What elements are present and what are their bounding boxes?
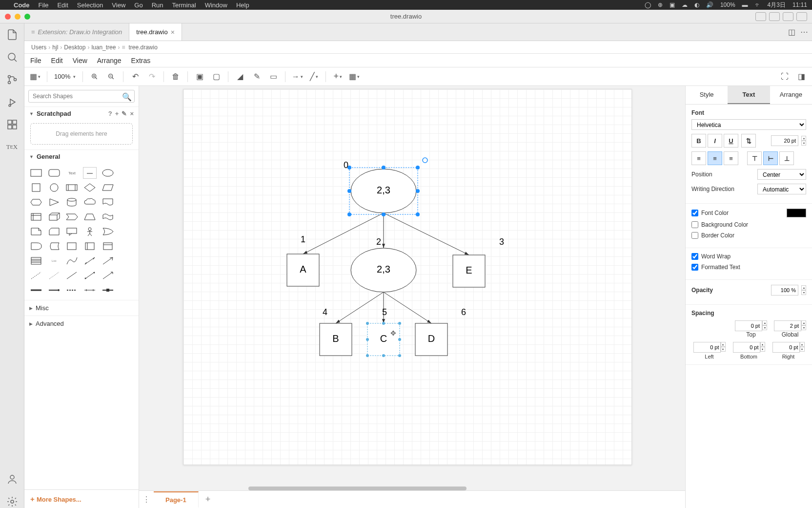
status-icon[interactable]: ▣: [670, 1, 675, 8]
shape-callout[interactable]: [65, 226, 79, 237]
account-icon[interactable]: [6, 473, 19, 486]
align-top-button[interactable]: ⊤: [747, 151, 762, 165]
shape-blank[interactable]: [119, 196, 132, 208]
layout-right-icon[interactable]: [783, 12, 793, 21]
shape-triangle[interactable]: [47, 196, 61, 208]
shape-cylinder[interactable]: [65, 196, 79, 208]
waypoint-dropdown[interactable]: ╱: [307, 70, 321, 84]
shape-link5[interactable]: [101, 284, 115, 296]
breadcrumb-item[interactable]: Desktop: [64, 44, 85, 51]
breadcrumb-item[interactable]: hjl: [52, 44, 58, 51]
italic-button[interactable]: I: [708, 134, 722, 148]
spacing-global-input[interactable]: [774, 320, 801, 331]
zoom-level[interactable]: 100%: [52, 73, 78, 80]
insert-dropdown[interactable]: +: [331, 70, 345, 84]
shape-blank[interactable]: [119, 211, 132, 223]
bold-button[interactable]: B: [691, 134, 706, 148]
status-icon[interactable]: ⊕: [658, 1, 663, 8]
close-icon[interactable]: ×: [130, 110, 134, 117]
shape-link3[interactable]: [65, 284, 79, 296]
shape-internal-storage[interactable]: [29, 211, 43, 223]
scratchpad-dropzone[interactable]: Drag elements here: [30, 123, 133, 145]
menu-terminal[interactable]: Terminal: [172, 1, 196, 9]
menubar-date[interactable]: 4月3日: [768, 1, 786, 9]
shape-data-storage[interactable]: [47, 240, 61, 252]
word-wrap-checkbox[interactable]: [691, 253, 698, 260]
shape-ellipse[interactable]: [101, 167, 115, 179]
shape-blank[interactable]: [119, 255, 132, 267]
general-header[interactable]: ▼ General: [24, 149, 139, 163]
status-icon[interactable]: ☁: [682, 1, 688, 8]
font-color-checkbox[interactable]: [691, 210, 698, 216]
explorer-icon[interactable]: [6, 28, 19, 41]
layout-grid-icon[interactable]: [796, 12, 807, 21]
menu-view[interactable]: View: [112, 1, 125, 9]
align-middle-button[interactable]: ⊢: [763, 151, 778, 165]
breadcrumb-item[interactable]: luan_tree: [91, 44, 116, 51]
window-maximize-button[interactable]: [24, 14, 30, 20]
shape-step[interactable]: [65, 211, 79, 223]
spacing-right-input[interactable]: [772, 342, 800, 353]
edit-icon[interactable]: ✎: [122, 110, 127, 117]
tab-extension[interactable]: ≡ Extension: Draw.io Integration: [24, 23, 129, 41]
page-tab-1[interactable]: Page-1: [154, 491, 199, 508]
menu-edit[interactable]: Edit: [57, 1, 68, 9]
more-icon[interactable]: ⋯: [800, 27, 808, 37]
fill-color-icon[interactable]: ◢: [233, 70, 247, 84]
drawio-menu-arrange[interactable]: Arrange: [97, 57, 122, 64]
font-family-select[interactable]: Helvetica: [691, 119, 806, 130]
writing-direction-select[interactable]: Automatic: [757, 184, 806, 194]
battery-status[interactable]: 100%: [720, 1, 735, 8]
tab-style[interactable]: Style: [686, 86, 728, 104]
undo-icon[interactable]: ↶: [128, 70, 142, 84]
shape-link2[interactable]: [47, 284, 61, 296]
to-front-icon[interactable]: ▣: [193, 70, 206, 84]
shape-link[interactable]: [29, 284, 43, 296]
shape-bidir-arrow[interactable]: [83, 255, 97, 267]
help-icon[interactable]: ?: [108, 110, 112, 117]
shape-blank[interactable]: [119, 270, 132, 281]
shape-link4[interactable]: [83, 284, 97, 296]
font-size-up[interactable]: ▴: [801, 136, 806, 141]
run-debug-icon[interactable]: [6, 96, 19, 108]
align-bottom-button[interactable]: ⊥: [779, 151, 794, 165]
menu-run[interactable]: Run: [152, 1, 163, 9]
underline-button[interactable]: U: [724, 134, 738, 148]
shape-document[interactable]: [101, 196, 115, 208]
shape-square[interactable]: [29, 182, 43, 193]
breadcrumb-item[interactable]: tree.drawio: [128, 44, 157, 51]
breadcrumb[interactable]: Users› hjl› Desktop› luan_tree› ≡ tree.d…: [24, 41, 812, 54]
shape-diamond[interactable]: [83, 182, 97, 193]
shape-curve[interactable]: [65, 255, 79, 267]
zoom-in-icon[interactable]: [88, 70, 102, 84]
connection-dropdown[interactable]: →: [290, 70, 304, 84]
shape-blank[interactable]: [119, 182, 132, 193]
shape-card[interactable]: [47, 226, 61, 237]
shape-arrow-thin[interactable]: [101, 270, 115, 281]
shape-rect[interactable]: [29, 167, 43, 179]
shape-actor[interactable]: [83, 226, 97, 237]
menu-selection[interactable]: Selection: [77, 1, 103, 9]
shape-dotted-line[interactable]: [47, 270, 61, 281]
shape-container3[interactable]: [101, 240, 115, 252]
menubar-time[interactable]: 11:11: [792, 1, 807, 8]
shape-textbox[interactable]: ▬▬: [83, 167, 97, 179]
shape-list-text[interactable]: List: [47, 255, 61, 267]
align-left-button[interactable]: ≡: [691, 151, 706, 165]
extensions-icon[interactable]: [6, 118, 19, 131]
shape-text[interactable]: Text: [65, 167, 79, 179]
settings-gear-icon[interactable]: [6, 495, 19, 508]
line-color-icon[interactable]: ✎: [250, 70, 264, 84]
drawio-menu-edit[interactable]: Edit: [51, 57, 63, 64]
vertical-text-button[interactable]: ⇅: [741, 134, 756, 148]
zoom-out-icon[interactable]: [104, 70, 118, 84]
shape-bidir-thin[interactable]: [83, 270, 97, 281]
status-icon[interactable]: ◐: [694, 1, 699, 8]
shape-parallelogram[interactable]: [101, 182, 115, 193]
shape-dashed-line[interactable]: [29, 270, 43, 281]
shape-arrow[interactable]: [101, 255, 115, 267]
shape-blank[interactable]: [119, 284, 132, 296]
shape-blank[interactable]: [119, 240, 132, 252]
shape-and[interactable]: [29, 240, 43, 252]
font-size-input[interactable]: [771, 135, 798, 146]
